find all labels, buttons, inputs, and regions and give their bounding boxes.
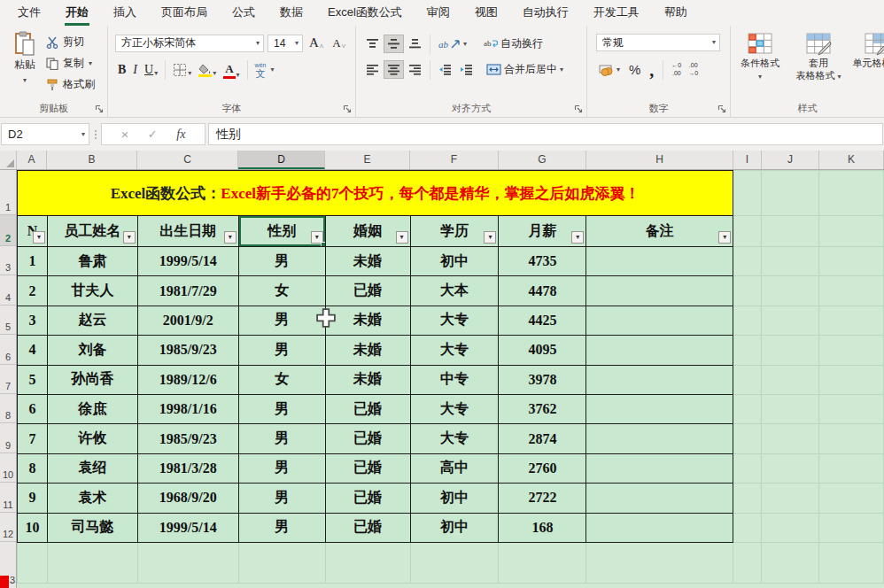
cell-r8c1[interactable]: 徐庶 bbox=[47, 394, 137, 423]
filter-dropdown-icon[interactable]: ▾ bbox=[123, 231, 136, 244]
select-all-corner[interactable] bbox=[0, 151, 17, 169]
empty-cell[interactable] bbox=[762, 276, 819, 306]
fill-color-button[interactable]: ▾ bbox=[196, 62, 219, 79]
name-box[interactable]: D2 ▾ bbox=[1, 123, 89, 145]
cell-r12c0[interactable]: 10 bbox=[18, 513, 48, 542]
row-header-10[interactable]: 10 bbox=[0, 453, 16, 483]
column-header-H[interactable]: H bbox=[586, 151, 733, 169]
empty-cell[interactable] bbox=[499, 542, 586, 583]
empty-cell[interactable] bbox=[733, 247, 762, 276]
empty-cell[interactable] bbox=[762, 453, 819, 483]
cell-r8c2[interactable]: 1998/1/16 bbox=[137, 394, 238, 423]
font-name-combo[interactable]: 方正小标宋简体 ▾ bbox=[115, 35, 264, 52]
font-color-button[interactable]: A ▾ bbox=[221, 60, 242, 81]
cell-r4c0[interactable]: 2 bbox=[18, 276, 48, 306]
filter-dropdown-icon[interactable]: ▾ bbox=[224, 231, 237, 244]
cell-r10c7[interactable] bbox=[586, 453, 733, 483]
cell-r4c6[interactable]: 4478 bbox=[499, 276, 586, 306]
filter-dropdown-icon[interactable]: ▾ bbox=[396, 231, 408, 244]
cell-r6c6[interactable]: 4095 bbox=[499, 336, 586, 365]
cell-r11c2[interactable]: 1968/9/20 bbox=[137, 484, 238, 513]
column-header-B[interactable]: B bbox=[47, 151, 137, 169]
cell-r3c5[interactable]: 初中 bbox=[410, 247, 499, 276]
increase-decimal-button[interactable]: ←0 .00 bbox=[670, 60, 683, 79]
accounting-format-button[interactable]: ▾ bbox=[596, 61, 623, 79]
menu-tab-7[interactable]: 审阅 bbox=[415, 0, 462, 26]
cell-r9c7[interactable] bbox=[586, 424, 733, 453]
cell-r3c7[interactable] bbox=[586, 247, 733, 276]
column-header-J[interactable]: J bbox=[762, 151, 819, 169]
empty-cell[interactable] bbox=[762, 216, 819, 247]
menu-tab-6[interactable]: Excel函数公式 bbox=[315, 0, 415, 26]
font-size-combo[interactable]: 14 ▾ bbox=[268, 35, 303, 52]
decrease-decimal-button[interactable]: .00 →0 bbox=[686, 60, 700, 79]
number-dialog-launcher[interactable] bbox=[717, 104, 726, 113]
cell-r6c4[interactable]: 未婚 bbox=[325, 336, 410, 365]
cell-r7c6[interactable]: 3978 bbox=[499, 365, 586, 394]
empty-cell[interactable] bbox=[733, 424, 762, 453]
cell-r8c0[interactable]: 6 bbox=[18, 394, 48, 423]
copy-button[interactable]: 复制 ▾ bbox=[46, 56, 95, 71]
empty-cell[interactable] bbox=[733, 276, 762, 306]
cell-r10c0[interactable]: 8 bbox=[18, 453, 48, 483]
row-header-13-partial[interactable]: 3 bbox=[10, 575, 15, 585]
cell-r7c5[interactable]: 中专 bbox=[410, 365, 499, 394]
format-as-table-button[interactable]: 套用 表格格式 ▾ bbox=[793, 33, 844, 82]
shrink-font-button[interactable]: A˅ bbox=[330, 35, 348, 52]
cell-r6c7[interactable] bbox=[586, 336, 733, 365]
empty-cell[interactable] bbox=[733, 216, 762, 247]
menu-tab-0[interactable]: 文件 bbox=[5, 0, 53, 26]
empty-cell[interactable] bbox=[819, 365, 884, 394]
cell-r11c5[interactable]: 初中 bbox=[410, 484, 499, 513]
cell-r3c3[interactable]: 男 bbox=[238, 247, 325, 276]
wrap-text-button[interactable]: ab 自动换行 bbox=[481, 34, 546, 54]
cell-r12c2[interactable]: 1999/5/14 bbox=[137, 513, 238, 542]
cell-r12c6[interactable]: 168 bbox=[499, 513, 586, 542]
empty-cell[interactable] bbox=[762, 394, 819, 423]
empty-cell[interactable] bbox=[733, 365, 762, 394]
cell-r12c4[interactable]: 已婚 bbox=[325, 513, 410, 542]
table-header-cell-7[interactable]: 备注▾ bbox=[586, 216, 733, 247]
cell-r3c6[interactable]: 4735 bbox=[499, 247, 586, 276]
row-header-11[interactable]: 11 bbox=[0, 483, 16, 512]
empty-cell[interactable] bbox=[819, 513, 884, 542]
phonetic-button[interactable]: wén 文 bbox=[252, 60, 269, 81]
menu-tab-4[interactable]: 公式 bbox=[220, 0, 268, 26]
alignment-dialog-launcher[interactable] bbox=[574, 104, 583, 113]
empty-cell[interactable] bbox=[762, 513, 819, 542]
format-painter-button[interactable]: 格式刷 bbox=[46, 77, 95, 92]
cell-r8c5[interactable]: 大专 bbox=[410, 394, 499, 423]
empty-cell[interactable] bbox=[762, 336, 819, 365]
empty-cell[interactable] bbox=[762, 306, 819, 335]
row-header-9[interactable]: 9 bbox=[0, 423, 16, 453]
cell-r6c3[interactable]: 男 bbox=[238, 336, 325, 365]
filter-dropdown-icon[interactable]: ▾ bbox=[718, 231, 731, 244]
cell-r10c5[interactable]: 高中 bbox=[410, 453, 499, 483]
cell-r6c2[interactable]: 1985/9/23 bbox=[137, 336, 238, 365]
cell-r6c5[interactable]: 大专 bbox=[410, 336, 499, 365]
cell-r7c3[interactable]: 女 bbox=[238, 365, 325, 394]
cell-r3c2[interactable]: 1999/5/14 bbox=[137, 247, 238, 276]
empty-cell[interactable] bbox=[819, 453, 884, 483]
column-header-K[interactable]: K bbox=[819, 151, 884, 169]
cell-r9c3[interactable]: 男 bbox=[238, 424, 325, 453]
row-header-5[interactable]: 5 bbox=[0, 306, 16, 335]
paste-dropdown-icon[interactable]: ▾ bbox=[23, 76, 27, 84]
column-header-C[interactable]: C bbox=[137, 151, 238, 169]
menu-tab-11[interactable]: 帮助 bbox=[652, 0, 700, 26]
cell-r4c3[interactable]: 女 bbox=[238, 276, 325, 306]
bold-button[interactable]: B bbox=[115, 61, 128, 79]
table-header-cell-4[interactable]: 婚姻▾ bbox=[325, 216, 410, 247]
cell-r5c5[interactable]: 大专 bbox=[410, 306, 499, 335]
empty-cell[interactable] bbox=[819, 247, 884, 276]
cell-r5c0[interactable]: 3 bbox=[18, 306, 48, 335]
cell-r6c1[interactable]: 刘备 bbox=[47, 336, 137, 365]
row-header-4[interactable]: 4 bbox=[0, 275, 16, 305]
conditional-formatting-button[interactable]: 条件格式 ▾ bbox=[734, 33, 786, 82]
borders-button[interactable]: ▾ bbox=[170, 61, 194, 79]
empty-cell[interactable] bbox=[733, 513, 762, 542]
cell-r5c7[interactable] bbox=[586, 306, 733, 335]
decrease-indent-button[interactable] bbox=[436, 61, 454, 78]
cell-r7c4[interactable]: 未婚 bbox=[325, 365, 410, 394]
row-header-8[interactable]: 8 bbox=[0, 394, 16, 423]
